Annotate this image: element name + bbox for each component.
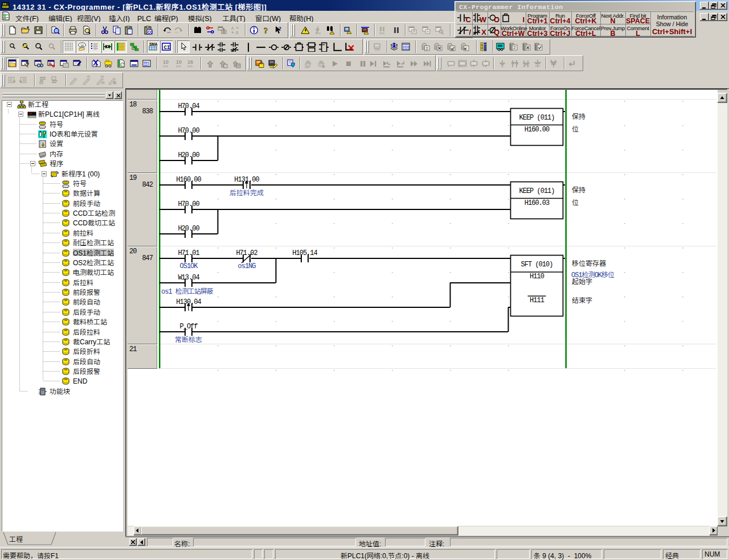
svg-text:847: 847 (142, 254, 153, 262)
svg-text:H160.00: H160.00 (525, 126, 550, 134)
svg-text:H110: H110 (530, 273, 544, 281)
svg-text:H70.00: H70.00 (178, 127, 199, 135)
svg-text:H160.03: H160.03 (525, 199, 550, 207)
svg-text:W13.04: W13.04 (178, 274, 199, 282)
svg-text:H130.04: H130.04 (176, 298, 201, 306)
svg-text:os1NG: os1NG (237, 262, 256, 270)
svg-text:H20.00: H20.00 (178, 225, 199, 233)
svg-text:起始字: 起始字 (572, 276, 592, 286)
svg-text:H131.00: H131.00 (234, 176, 259, 184)
svg-text:20: 20 (129, 248, 137, 256)
svg-text:结束字: 结束字 (572, 295, 592, 304)
svg-text:H71.02: H71.02 (236, 249, 257, 257)
svg-text:H71.01: H71.01 (178, 249, 199, 257)
svg-text:H20.00: H20.00 (178, 151, 199, 159)
svg-text:H70.04: H70.04 (178, 102, 199, 110)
svg-text:OS1OK: OS1OK (179, 262, 198, 270)
svg-text:H70.00: H70.00 (178, 200, 199, 208)
svg-text:18: 18 (129, 101, 137, 109)
svg-text:H105.14: H105.14 (292, 249, 317, 257)
svg-text:保持: 保持 (572, 111, 585, 121)
svg-text:SFT (010): SFT (010) (521, 261, 553, 269)
svg-text:常断标志: 常断标志 (175, 334, 202, 344)
svg-text:保持: 保持 (572, 184, 585, 194)
svg-text:KEEP (011): KEEP (011) (519, 187, 554, 195)
svg-text:842: 842 (142, 181, 153, 189)
svg-text:838: 838 (142, 108, 153, 116)
svg-text:P_Off: P_Off (179, 323, 198, 331)
svg-text:位: 位 (572, 197, 579, 207)
svg-text:19: 19 (129, 174, 137, 182)
svg-text:移位寄存器: 移位寄存器 (572, 258, 606, 267)
svg-text:H160.00: H160.00 (176, 176, 201, 184)
svg-text:后拉料完成: 后拉料完成 (230, 187, 264, 197)
svg-text:H111: H111 (530, 297, 544, 304)
svg-text:KEEP (011): KEEP (011) (519, 114, 554, 122)
svg-text:21: 21 (129, 345, 137, 353)
svg-text:位: 位 (572, 123, 579, 133)
